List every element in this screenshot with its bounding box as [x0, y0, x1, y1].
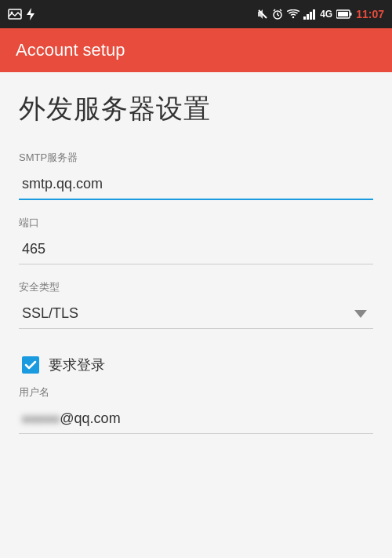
svg-marker-2 [27, 8, 34, 20]
username-field-group: 用户名 ●●●●● @qq.com [19, 385, 373, 434]
security-type-group: 安全类型 SSL/TLS [19, 280, 373, 332]
checkmark-icon [24, 359, 37, 371]
alarm-icon [272, 9, 283, 20]
username-label: 用户名 [19, 385, 373, 399]
port-field-group: 端口 [19, 216, 373, 264]
svg-rect-15 [350, 13, 352, 16]
svg-rect-14 [338, 12, 348, 16]
mute-icon [257, 9, 268, 20]
status-bar-left-icons [8, 8, 34, 20]
username-suffix: @qq.com [60, 410, 120, 427]
svg-rect-12 [313, 9, 315, 20]
require-login-label: 要求登录 [49, 356, 105, 374]
security-type-label: 安全类型 [19, 280, 373, 294]
require-login-checkbox[interactable] [22, 356, 39, 374]
form-section: SMTP服务器 端口 安全类型 SSL/TLS 要求登录 [19, 151, 373, 434]
network-type: 4G [320, 9, 332, 20]
smtp-label: SMTP服务器 [19, 151, 373, 165]
svg-rect-10 [307, 14, 309, 20]
signal-icon [303, 9, 316, 20]
security-type-dropdown[interactable]: SSL/TLS [19, 299, 373, 329]
smtp-input[interactable] [19, 170, 373, 200]
flash-icon [27, 8, 34, 20]
battery-icon [336, 9, 352, 19]
wifi-icon [287, 9, 299, 19]
svg-rect-9 [303, 16, 306, 20]
port-input[interactable] [19, 235, 373, 264]
require-login-row[interactable]: 要求登录 [19, 345, 373, 385]
dropdown-arrow-icon [354, 310, 367, 318]
svg-line-8 [280, 9, 281, 11]
content-area: 外发服务器设置 SMTP服务器 端口 安全类型 SSL/TLS [0, 72, 392, 469]
security-type-value: SSL/TLS [22, 305, 78, 322]
page-title: 外发服务器设置 [19, 72, 373, 143]
status-bar: 4G 11:07 [0, 0, 392, 28]
app-bar: Account setup [0, 28, 392, 72]
username-blurred: ●●●●● [22, 412, 60, 426]
svg-line-6 [278, 15, 279, 16]
status-bar-right-icons: 4G 11:07 [257, 8, 384, 20]
port-label: 端口 [19, 216, 373, 230]
svg-rect-11 [310, 12, 312, 20]
image-icon [8, 9, 22, 20]
svg-line-7 [274, 9, 275, 11]
app-bar-title: Account setup [16, 40, 125, 60]
status-time: 11:07 [356, 8, 384, 20]
smtp-field-group: SMTP服务器 [19, 151, 373, 200]
